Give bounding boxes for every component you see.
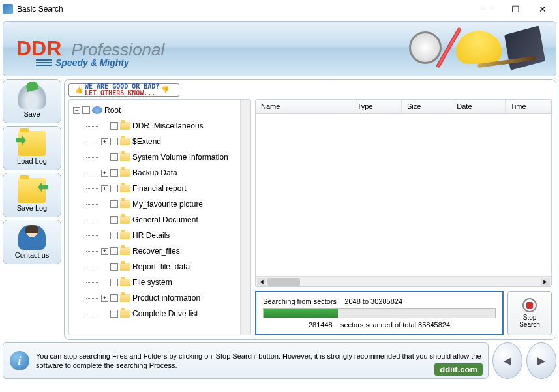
expand-icon[interactable]: −: [73, 107, 80, 114]
tree-item[interactable]: + Financial report: [70, 181, 239, 196]
expand-icon[interactable]: +: [101, 248, 108, 255]
checkbox[interactable]: [110, 263, 118, 271]
tree-item-label: Report_file_data: [132, 262, 190, 271]
scroll-left-icon[interactable]: ◄: [257, 278, 266, 286]
tree-item[interactable]: Complete Drive list: [70, 306, 239, 322]
expand-icon[interactable]: [101, 201, 108, 208]
expand-icon[interactable]: [101, 279, 108, 286]
checkbox[interactable]: [110, 200, 118, 208]
expand-icon[interactable]: +: [101, 295, 108, 302]
tree-item[interactable]: System Volume Information: [70, 149, 239, 165]
folder-icon: [120, 216, 130, 224]
tree-item[interactable]: Report_file_data: [70, 259, 239, 275]
progress-range: 2048 to 30285824: [344, 297, 402, 305]
save-log-label: Save Log: [17, 204, 47, 212]
expand-icon[interactable]: +: [101, 170, 108, 177]
folder-icon: [120, 185, 130, 192]
brand-subtitle: Professional: [71, 40, 164, 59]
expand-icon[interactable]: [101, 264, 108, 271]
website-badge[interactable]: ddiit.com: [434, 363, 483, 376]
folder-icon: [120, 200, 130, 208]
tree-item[interactable]: DDR_Miscellaneous: [70, 118, 239, 134]
progress-panel: Searching from sectors 2048 to 30285824 …: [255, 291, 504, 335]
col-time[interactable]: Time: [506, 100, 551, 113]
tagline: Speedy & Mighty: [55, 57, 129, 68]
tree-item-label: Complete Drive list: [132, 309, 198, 318]
folder-icon: [120, 232, 130, 239]
col-name[interactable]: Name: [256, 100, 352, 113]
drive-icon: [92, 106, 102, 114]
checkbox[interactable]: [110, 216, 118, 224]
col-date[interactable]: Date: [451, 100, 505, 113]
contact-label: Contact us: [15, 251, 50, 259]
nav-forward-button[interactable]: ►: [526, 342, 556, 379]
load-log-label: Load Log: [17, 157, 47, 165]
tree-item[interactable]: HR Details: [70, 228, 239, 243]
tree-item[interactable]: + Product information: [70, 290, 239, 306]
save-button[interactable]: Save: [3, 79, 61, 123]
header-tools-art: [409, 25, 543, 70]
expand-icon[interactable]: [101, 310, 108, 318]
checkbox[interactable]: [110, 138, 118, 145]
checkbox[interactable]: [110, 122, 118, 130]
tree-scrollbar[interactable]: [240, 100, 250, 335]
checkbox[interactable]: [110, 247, 118, 255]
checkbox[interactable]: [110, 310, 118, 318]
file-grid: Name Type Size Date Time ◄ ►: [255, 99, 552, 287]
tree-item-label: General Document: [132, 215, 198, 224]
tree-item[interactable]: General Document: [70, 212, 239, 228]
maximize-button[interactable]: ☐: [502, 1, 529, 17]
checkbox[interactable]: [110, 185, 118, 192]
save-icon: [18, 84, 46, 109]
checkbox[interactable]: [110, 169, 118, 177]
tree-item-label: $Extend: [132, 137, 161, 146]
tree-root-label: Root: [104, 106, 121, 115]
load-log-icon: [18, 131, 46, 156]
checkbox[interactable]: [82, 106, 90, 114]
col-size[interactable]: Size: [402, 100, 451, 113]
contact-us-button[interactable]: Contact us: [3, 220, 61, 264]
folder-icon: [120, 169, 130, 177]
folder-tree[interactable]: − Root DDR_Miscellaneous+ $Extend System…: [69, 100, 240, 335]
minimize-button[interactable]: —: [474, 1, 502, 17]
magnifier-icon: [409, 31, 442, 64]
expand-icon[interactable]: [101, 232, 108, 239]
expand-icon[interactable]: [101, 217, 108, 224]
scroll-thumb[interactable]: [267, 278, 300, 286]
checkbox[interactable]: [110, 153, 118, 161]
hint-box: i You can stop searching Files and Folde…: [3, 342, 489, 379]
tree-item-label: System Volume Information: [132, 153, 228, 162]
tree-item-label: DDR_Miscellaneous: [132, 121, 204, 130]
scroll-right-icon[interactable]: ►: [541, 278, 550, 286]
tree-root[interactable]: − Root: [70, 102, 239, 118]
stop-search-button[interactable]: Stop Search: [507, 291, 552, 335]
tree-item[interactable]: + Backup Data: [70, 165, 239, 181]
tree-item-label: Financial report: [132, 184, 187, 193]
tree-item[interactable]: + $Extend: [70, 134, 239, 149]
nav-back-button[interactable]: ◄: [492, 342, 522, 379]
folder-icon: [120, 122, 130, 130]
titlebar: Basic Search — ☐ ✕: [0, 0, 559, 18]
checkbox[interactable]: [110, 232, 118, 239]
load-log-button[interactable]: Load Log: [3, 126, 61, 170]
grid-h-scrollbar[interactable]: ◄ ►: [256, 276, 551, 286]
close-button[interactable]: ✕: [529, 1, 556, 17]
expand-icon[interactable]: [101, 154, 108, 161]
expand-icon[interactable]: +: [101, 185, 108, 192]
folder-icon: [120, 153, 130, 161]
checkbox[interactable]: [110, 279, 118, 286]
expand-icon[interactable]: +: [101, 138, 108, 145]
tree-item[interactable]: + Recover_files: [70, 243, 239, 259]
tree-item[interactable]: File system: [70, 275, 239, 290]
feedback-banner[interactable]: 👍 WE ARE GOOD OR BAD? LET OTHERS KNOW...…: [68, 83, 179, 97]
tree-item[interactable]: My_favourite picture: [70, 196, 239, 212]
save-log-button[interactable]: Save Log: [3, 173, 61, 217]
expand-icon[interactable]: [101, 123, 108, 130]
progress-total: sectors scanned of total 35845824: [340, 321, 450, 329]
grid-header: Name Type Size Date Time: [256, 100, 551, 114]
tree-item-label: File system: [132, 278, 172, 287]
app-icon: [3, 4, 13, 14]
checkbox[interactable]: [110, 294, 118, 302]
col-type[interactable]: Type: [352, 100, 402, 113]
hint-text: You can stop searching Files and Folders…: [36, 352, 481, 370]
